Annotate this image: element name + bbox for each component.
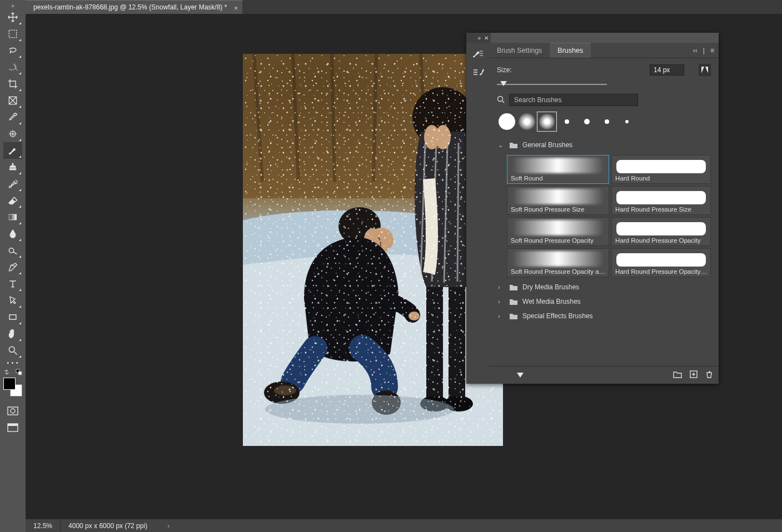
move-tool[interactable] <box>3 9 22 26</box>
svg-rect-9 <box>8 407 18 415</box>
folder-label: General Brushes <box>522 141 572 149</box>
folder-icon <box>509 312 518 320</box>
tools-panel: » <box>0 0 26 532</box>
search-brushes-input[interactable]: Search Brushes <box>509 94 638 106</box>
brush-preset[interactable]: Hard Round Pressure Size <box>611 186 711 215</box>
brushes-icon[interactable] <box>469 65 487 78</box>
panel-divider: | <box>703 47 705 54</box>
tab-brushes[interactable]: Brushes <box>550 43 591 58</box>
zoom-tool[interactable] <box>3 342 22 359</box>
hand-tool[interactable] <box>3 325 22 342</box>
brush-preset-label: Soft Round Pressure Opacity a… <box>507 267 609 277</box>
blur-tool[interactable] <box>3 225 22 242</box>
lasso-tool[interactable] <box>3 42 22 59</box>
path-selection-tool[interactable] <box>3 292 22 309</box>
panel-footer <box>489 366 719 384</box>
brush-preset[interactable]: Hard Round Pressure Opacity… <box>611 248 711 277</box>
panel-collapse-icon[interactable]: ‹‹ <box>693 47 698 54</box>
spot-healing-tool[interactable] <box>3 126 22 142</box>
quick-selection-tool[interactable] <box>3 59 22 76</box>
folder-special-effects[interactable]: › Special Effects Brushes <box>497 309 711 323</box>
chevron-right-icon: › <box>498 313 505 319</box>
collapse-icon[interactable]: » <box>477 35 481 41</box>
color-swatches[interactable] <box>3 378 22 397</box>
brush-tip[interactable] <box>497 112 517 132</box>
brush-preset[interactable]: Hard Round Pressure Opacity <box>611 217 711 246</box>
brush-preset-label: Soft Round Pressure Opacity <box>507 235 609 245</box>
panel-titlebar[interactable]: » ✕ <box>466 33 491 43</box>
brush-preset[interactable]: Soft Round Pressure Opacity <box>507 217 609 246</box>
dodge-tool[interactable] <box>3 242 22 259</box>
brushes-panel: » ✕ Brush Settings Brushes ‹‹ <box>466 33 719 384</box>
frame-tool[interactable] <box>3 92 22 109</box>
status-bar: 12.5% 4000 px x 6000 px (72 ppi) › <box>26 519 782 532</box>
new-brush-icon[interactable] <box>690 370 698 380</box>
svg-point-48 <box>498 96 503 101</box>
history-brush-tool[interactable] <box>3 175 22 192</box>
crop-tool[interactable] <box>3 76 22 92</box>
svg-point-6 <box>9 347 14 352</box>
panel-menu-icon[interactable]: ≡ <box>710 47 714 54</box>
close-panel-icon[interactable]: ✕ <box>484 35 489 41</box>
type-tool[interactable] <box>3 275 22 292</box>
svg-point-10 <box>11 409 15 413</box>
brush-tip[interactable] <box>597 112 617 132</box>
brush-tip[interactable] <box>517 112 537 132</box>
swap-colors-icon[interactable] <box>3 369 10 375</box>
folder-icon <box>509 283 518 291</box>
rectangle-tool[interactable] <box>3 309 22 325</box>
close-tab-icon[interactable]: × <box>234 4 238 12</box>
brush-preset[interactable]: Soft Round Pressure Size <box>507 186 609 215</box>
screen-mode-icon[interactable] <box>7 423 18 432</box>
brush-size-slider[interactable] <box>497 79 607 89</box>
foreground-color[interactable] <box>3 378 16 390</box>
document-tab[interactable]: pexels-ramtin-ak-878668.jpg @ 12.5% (Sno… <box>26 0 242 14</box>
document-canvas[interactable] <box>243 54 503 446</box>
folder-wet-media[interactable]: › Wet Media Brushes <box>497 295 711 308</box>
brush-tip[interactable] <box>557 112 577 132</box>
tab-brush-settings[interactable]: Brush Settings <box>489 43 550 58</box>
svg-rect-8 <box>18 372 22 375</box>
pen-tool[interactable] <box>3 259 22 275</box>
svg-rect-47 <box>243 59 503 446</box>
eyedropper-tool[interactable] <box>3 109 22 126</box>
document-info[interactable]: 4000 px x 6000 px (72 ppi) <box>61 522 155 530</box>
document-tab-title: pexels-ramtin-ak-878668.jpg @ 12.5% (Sno… <box>33 3 227 11</box>
canvas-area: » ✕ Brush Settings Brushes ‹‹ <box>26 14 782 519</box>
folder-dry-media[interactable]: › Dry Media Brushes <box>497 280 711 294</box>
folder-label: Wet Media Brushes <box>522 298 581 305</box>
brush-preset-label: Hard Round Pressure Size <box>612 204 710 214</box>
svg-point-4 <box>9 248 13 253</box>
brush-size-input[interactable]: 14 px <box>650 64 684 76</box>
brush-settings-icon[interactable] <box>469 47 487 61</box>
status-info-menu-icon[interactable]: › <box>167 522 170 530</box>
brush-tip[interactable] <box>577 112 597 132</box>
brush-tip[interactable] <box>537 112 557 132</box>
brush-preset-label: Hard Round Pressure Opacity <box>612 235 710 245</box>
brush-preset-label: Hard Round <box>612 173 710 183</box>
brush-grid: Soft RoundHard RoundSoft Round Pressure … <box>507 155 711 277</box>
toolbar-overflow[interactable]: • • • <box>7 359 18 367</box>
gradient-tool[interactable] <box>3 209 22 225</box>
preview-size-slider[interactable] <box>517 373 524 378</box>
panel-tabs: Brush Settings Brushes ‹‹ | ≡ <box>489 43 719 58</box>
delete-brush-icon[interactable] <box>705 370 713 380</box>
brush-preset[interactable]: Soft Round Pressure Opacity a… <box>507 248 609 277</box>
eraser-tool[interactable] <box>3 192 22 209</box>
rectangular-marquee-tool[interactable] <box>3 26 22 42</box>
brush-tip[interactable] <box>617 112 637 132</box>
folder-icon <box>509 298 518 305</box>
brush-tool[interactable] <box>3 142 22 159</box>
brush-preset[interactable]: Hard Round <box>611 155 711 184</box>
svg-rect-12 <box>8 424 18 426</box>
folder-label: Special Effects Brushes <box>522 312 593 320</box>
clone-stamp-tool[interactable] <box>3 159 22 175</box>
folder-general-brushes[interactable]: ⌄ General Brushes <box>497 138 711 152</box>
flip-brush-icon[interactable] <box>699 64 711 76</box>
toolbar-expand[interactable]: » <box>0 2 26 9</box>
quick-mask-icon[interactable] <box>7 406 18 415</box>
default-colors-icon[interactable] <box>16 369 22 375</box>
zoom-level[interactable]: 12.5% <box>26 519 61 532</box>
brush-preset[interactable]: Soft Round <box>507 155 609 184</box>
new-group-icon[interactable] <box>673 370 682 380</box>
